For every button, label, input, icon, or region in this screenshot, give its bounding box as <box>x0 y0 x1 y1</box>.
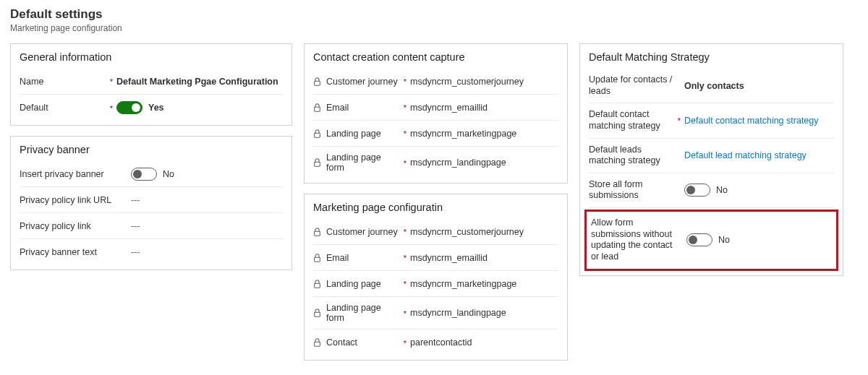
insert-privacy-label: Insert privacy banner <box>20 169 121 179</box>
locked-field-value: msdyncrm_customerjourney <box>410 227 558 237</box>
card-title: General information <box>20 51 283 63</box>
default-label: Default <box>20 103 106 113</box>
policy-url-value[interactable]: --- <box>131 195 283 205</box>
required-mark: * <box>404 339 407 348</box>
svg-rect-2 <box>315 133 320 137</box>
card-contact-capture: Contact creation content capture Custome… <box>304 43 568 184</box>
required-mark: * <box>404 129 407 138</box>
store-submissions-toggle[interactable] <box>684 184 710 197</box>
store-submissions-label: Store all form submissions <box>589 179 674 202</box>
locked-field-label: Contact <box>313 337 400 348</box>
card-title: Contact creation content capture <box>313 51 558 63</box>
card-general-information: General information Name * Default Marke… <box>10 43 292 126</box>
required-mark: * <box>404 254 407 262</box>
locked-row: Contact*parentcontactid <box>313 329 558 355</box>
lock-icon <box>313 338 322 347</box>
lock-icon <box>313 309 322 317</box>
required-mark: * <box>404 159 407 168</box>
locked-field-value: msdyncrm_marketingpage <box>410 279 558 289</box>
locked-field-value: msdyncrm_customerjourney <box>410 77 558 87</box>
lock-icon <box>313 77 322 86</box>
required-mark: * <box>110 104 113 113</box>
locked-row: Landing page*msdyncrm_marketingpage <box>313 121 558 147</box>
lock-icon <box>313 129 322 138</box>
svg-rect-1 <box>315 107 320 111</box>
allow-form-label: Allow form submissions without updating … <box>591 217 676 263</box>
lead-strategy-label: Default leads matching strategy <box>589 145 674 167</box>
locked-row: Landing page*msdyncrm_marketingpage <box>313 271 558 297</box>
svg-rect-4 <box>315 231 320 236</box>
required-mark: * <box>404 103 407 112</box>
locked-field-value: parentcontactid <box>410 337 558 348</box>
locked-field-label: Email <box>313 103 400 113</box>
page-subtitle: Marketing page configuration <box>10 23 858 33</box>
svg-rect-3 <box>315 162 320 166</box>
locked-field-label: Customer journey <box>313 77 400 87</box>
policy-link-label: Privacy policy link <box>20 221 121 231</box>
contact-strategy-label: Default contact matching strategy <box>589 109 674 132</box>
default-toggle-text: Yes <box>148 103 164 113</box>
required-mark: * <box>404 228 407 236</box>
allow-form-toggle[interactable] <box>686 233 712 246</box>
required-mark: * <box>404 280 407 288</box>
svg-rect-5 <box>315 257 320 262</box>
lock-icon <box>313 254 322 262</box>
card-matching-strategy: Default Matching Strategy Update for con… <box>579 43 843 276</box>
contact-strategy-link[interactable]: Default contact matching strategy <box>684 116 819 126</box>
required-mark: * <box>404 309 407 318</box>
lock-icon <box>313 158 322 167</box>
locked-field-value: msdyncrm_landingpage <box>410 158 558 168</box>
required-mark: * <box>678 116 681 125</box>
store-submissions-text: No <box>716 185 728 195</box>
lead-strategy-link[interactable]: Default lead matching strategy <box>684 150 807 160</box>
svg-rect-7 <box>315 312 320 316</box>
locked-field-label: Landing page form <box>313 303 400 323</box>
required-mark: * <box>110 77 113 86</box>
insert-privacy-toggle[interactable] <box>131 168 157 181</box>
card-privacy-banner: Privacy banner Insert privacy banner No … <box>10 136 292 270</box>
banner-text-label: Privacy banner text <box>20 247 121 257</box>
locked-row: Customer journey*msdyncrm_customerjourne… <box>313 219 558 245</box>
lock-icon <box>313 280 322 288</box>
locked-field-label: Landing page <box>313 129 400 139</box>
name-value[interactable]: Default Marketing Pgae Configuration <box>116 77 278 87</box>
svg-rect-8 <box>315 342 320 346</box>
insert-privacy-text: No <box>163 169 174 179</box>
locked-field-label: Email <box>313 253 400 263</box>
name-label: Name <box>20 77 106 87</box>
update-for-label: Update for contacts / leads <box>589 74 674 97</box>
card-marketing-page-config: Marketing page configuratin Customer jou… <box>304 194 568 361</box>
page-title: Default settings <box>10 7 858 22</box>
banner-text-value[interactable]: --- <box>131 247 283 257</box>
locked-field-label: Landing page <box>313 279 400 289</box>
locked-field-label: Customer journey <box>313 227 400 237</box>
locked-field-value: msdyncrm_emaillid <box>410 103 558 113</box>
locked-field-value: msdyncrm_marketingpage <box>410 129 558 139</box>
locked-row: Email*msdyncrm_emaillid <box>313 95 558 121</box>
policy-link-value[interactable]: --- <box>131 221 283 231</box>
policy-url-label: Privacy policy link URL <box>20 195 121 205</box>
required-mark: * <box>404 77 407 86</box>
allow-form-highlight: Allow form submissions without updating … <box>584 210 838 271</box>
locked-row: Landing page form*msdyncrm_landingpage <box>313 147 558 178</box>
locked-field-value: msdyncrm_landingpage <box>410 308 558 318</box>
default-toggle[interactable] <box>116 101 142 114</box>
locked-field-value: msdyncrm_emaillid <box>410 253 558 263</box>
card-title: Default Matching Strategy <box>589 51 834 63</box>
card-title: Marketing page configuratin <box>313 202 558 213</box>
lock-icon <box>313 103 322 112</box>
allow-form-text: No <box>718 235 730 245</box>
locked-field-label: Landing page form <box>313 152 400 173</box>
locked-row: Landing page form*msdyncrm_landingpage <box>313 297 558 329</box>
locked-row: Customer journey*msdyncrm_customerjourne… <box>313 69 558 95</box>
svg-rect-6 <box>315 283 320 288</box>
svg-rect-0 <box>315 81 320 85</box>
locked-row: Email*msdyncrm_emaillid <box>313 245 558 271</box>
update-for-value[interactable]: Only contacts <box>684 81 834 91</box>
lock-icon <box>313 228 322 236</box>
card-title: Privacy banner <box>20 144 283 155</box>
